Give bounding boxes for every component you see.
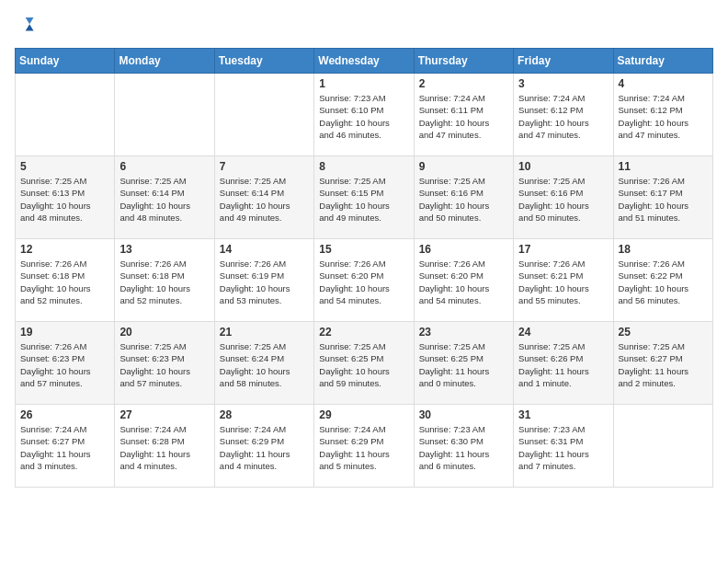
day-info: Sunrise: 7:25 AM Sunset: 6:25 PM Dayligh… <box>419 340 508 389</box>
day-number: 17 <box>518 243 608 256</box>
day-info: Sunrise: 7:24 AM Sunset: 6:27 PM Dayligh… <box>20 423 109 472</box>
calendar-cell: 5Sunrise: 7:25 AM Sunset: 6:13 PM Daylig… <box>16 156 115 239</box>
day-info: Sunrise: 7:26 AM Sunset: 6:20 PM Dayligh… <box>419 258 508 306</box>
day-info: Sunrise: 7:26 AM Sunset: 6:23 PM Dayligh… <box>20 340 109 389</box>
day-info: Sunrise: 7:26 AM Sunset: 6:22 PM Dayligh… <box>619 258 708 306</box>
page-header <box>15 15 713 39</box>
logo <box>15 15 39 39</box>
day-number: 24 <box>518 326 608 339</box>
day-info: Sunrise: 7:26 AM Sunset: 6:18 PM Dayligh… <box>119 258 209 306</box>
calendar-cell: 18Sunrise: 7:26 AM Sunset: 6:22 PM Dayli… <box>613 239 712 322</box>
calendar-cell: 27Sunrise: 7:24 AM Sunset: 6:28 PM Dayli… <box>115 405 214 488</box>
calendar-cell: 13Sunrise: 7:26 AM Sunset: 6:18 PM Dayli… <box>115 239 214 322</box>
day-number: 10 <box>518 160 608 173</box>
calendar-cell: 7Sunrise: 7:25 AM Sunset: 6:14 PM Daylig… <box>214 156 313 239</box>
day-number: 1 <box>319 77 408 90</box>
day-number: 12 <box>20 243 109 256</box>
day-info: Sunrise: 7:24 AM Sunset: 6:11 PM Dayligh… <box>419 92 508 141</box>
day-number: 28 <box>220 408 309 421</box>
day-info: Sunrise: 7:23 AM Sunset: 6:30 PM Dayligh… <box>419 423 508 472</box>
day-number: 31 <box>518 408 608 421</box>
day-number: 6 <box>119 160 209 173</box>
day-header-friday: Friday <box>514 49 613 74</box>
day-number: 13 <box>119 243 209 256</box>
calendar-cell: 2Sunrise: 7:24 AM Sunset: 6:11 PM Daylig… <box>414 74 513 156</box>
calendar-cell: 12Sunrise: 7:26 AM Sunset: 6:18 PM Dayli… <box>16 239 115 322</box>
day-number: 20 <box>119 326 209 339</box>
logo-icon <box>15 15 35 35</box>
calendar-week-4: 19Sunrise: 7:26 AM Sunset: 6:23 PM Dayli… <box>16 322 713 405</box>
calendar-header-row: SundayMondayTuesdayWednesdayThursdayFrid… <box>16 49 713 74</box>
calendar-cell: 1Sunrise: 7:23 AM Sunset: 6:10 PM Daylig… <box>314 74 414 156</box>
day-header-monday: Monday <box>115 49 214 74</box>
day-info: Sunrise: 7:25 AM Sunset: 6:14 PM Dayligh… <box>119 175 209 224</box>
calendar-cell: 14Sunrise: 7:26 AM Sunset: 6:19 PM Dayli… <box>214 239 313 322</box>
day-number: 9 <box>419 160 508 173</box>
calendar-cell: 10Sunrise: 7:25 AM Sunset: 6:16 PM Dayli… <box>514 156 613 239</box>
day-number: 26 <box>20 408 109 421</box>
calendar-cell <box>613 405 712 488</box>
day-number: 27 <box>119 408 209 421</box>
calendar-cell: 15Sunrise: 7:26 AM Sunset: 6:20 PM Dayli… <box>314 239 414 322</box>
calendar-cell: 8Sunrise: 7:25 AM Sunset: 6:15 PM Daylig… <box>314 156 414 239</box>
day-info: Sunrise: 7:24 AM Sunset: 6:29 PM Dayligh… <box>220 423 309 472</box>
day-info: Sunrise: 7:24 AM Sunset: 6:12 PM Dayligh… <box>518 92 608 141</box>
day-info: Sunrise: 7:25 AM Sunset: 6:14 PM Dayligh… <box>220 175 309 224</box>
calendar-cell: 11Sunrise: 7:26 AM Sunset: 6:17 PM Dayli… <box>613 156 712 239</box>
day-info: Sunrise: 7:24 AM Sunset: 6:29 PM Dayligh… <box>319 423 408 472</box>
day-number: 30 <box>419 408 508 421</box>
day-info: Sunrise: 7:25 AM Sunset: 6:24 PM Dayligh… <box>220 340 309 389</box>
calendar-cell: 30Sunrise: 7:23 AM Sunset: 6:30 PM Dayli… <box>414 405 513 488</box>
calendar-cell: 16Sunrise: 7:26 AM Sunset: 6:20 PM Dayli… <box>414 239 513 322</box>
day-info: Sunrise: 7:23 AM Sunset: 6:31 PM Dayligh… <box>518 423 608 472</box>
day-info: Sunrise: 7:23 AM Sunset: 6:10 PM Dayligh… <box>319 92 408 141</box>
day-number: 23 <box>419 326 508 339</box>
day-info: Sunrise: 7:25 AM Sunset: 6:26 PM Dayligh… <box>518 340 608 389</box>
day-info: Sunrise: 7:25 AM Sunset: 6:25 PM Dayligh… <box>319 340 408 389</box>
day-number: 2 <box>419 77 508 90</box>
day-info: Sunrise: 7:25 AM Sunset: 6:13 PM Dayligh… <box>20 175 109 224</box>
day-info: Sunrise: 7:25 AM Sunset: 6:16 PM Dayligh… <box>419 175 508 224</box>
day-number: 5 <box>20 160 109 173</box>
day-header-thursday: Thursday <box>414 49 513 74</box>
day-number: 22 <box>319 326 408 339</box>
day-number: 11 <box>619 160 708 173</box>
day-number: 25 <box>619 326 708 339</box>
calendar-cell: 31Sunrise: 7:23 AM Sunset: 6:31 PM Dayli… <box>514 405 613 488</box>
day-header-tuesday: Tuesday <box>214 49 313 74</box>
calendar-week-1: 1Sunrise: 7:23 AM Sunset: 6:10 PM Daylig… <box>16 74 713 156</box>
day-number: 14 <box>220 243 309 256</box>
calendar-cell: 23Sunrise: 7:25 AM Sunset: 6:25 PM Dayli… <box>414 322 513 405</box>
day-info: Sunrise: 7:25 AM Sunset: 6:27 PM Dayligh… <box>619 340 708 389</box>
day-info: Sunrise: 7:24 AM Sunset: 6:12 PM Dayligh… <box>619 92 708 141</box>
day-info: Sunrise: 7:26 AM Sunset: 6:20 PM Dayligh… <box>319 258 408 306</box>
calendar-cell: 20Sunrise: 7:25 AM Sunset: 6:23 PM Dayli… <box>115 322 214 405</box>
day-number: 15 <box>319 243 408 256</box>
calendar-table: SundayMondayTuesdayWednesdayThursdayFrid… <box>15 48 713 488</box>
day-info: Sunrise: 7:26 AM Sunset: 6:21 PM Dayligh… <box>518 258 608 306</box>
calendar-week-5: 26Sunrise: 7:24 AM Sunset: 6:27 PM Dayli… <box>16 405 713 488</box>
day-number: 7 <box>220 160 309 173</box>
day-header-sunday: Sunday <box>16 49 115 74</box>
day-number: 21 <box>220 326 309 339</box>
calendar-week-3: 12Sunrise: 7:26 AM Sunset: 6:18 PM Dayli… <box>16 239 713 322</box>
day-number: 3 <box>518 77 608 90</box>
calendar-cell: 17Sunrise: 7:26 AM Sunset: 6:21 PM Dayli… <box>514 239 613 322</box>
day-info: Sunrise: 7:25 AM Sunset: 6:16 PM Dayligh… <box>518 175 608 224</box>
calendar-cell: 24Sunrise: 7:25 AM Sunset: 6:26 PM Dayli… <box>514 322 613 405</box>
day-number: 16 <box>419 243 508 256</box>
calendar-cell: 4Sunrise: 7:24 AM Sunset: 6:12 PM Daylig… <box>613 74 712 156</box>
day-number: 19 <box>20 326 109 339</box>
day-info: Sunrise: 7:26 AM Sunset: 6:18 PM Dayligh… <box>20 258 109 306</box>
calendar-cell: 28Sunrise: 7:24 AM Sunset: 6:29 PM Dayli… <box>214 405 313 488</box>
calendar-cell: 22Sunrise: 7:25 AM Sunset: 6:25 PM Dayli… <box>314 322 414 405</box>
day-info: Sunrise: 7:26 AM Sunset: 6:17 PM Dayligh… <box>619 175 708 224</box>
day-header-saturday: Saturday <box>613 49 712 74</box>
calendar-cell: 6Sunrise: 7:25 AM Sunset: 6:14 PM Daylig… <box>115 156 214 239</box>
day-number: 18 <box>619 243 708 256</box>
calendar-cell: 26Sunrise: 7:24 AM Sunset: 6:27 PM Dayli… <box>16 405 115 488</box>
calendar-cell <box>16 74 115 156</box>
day-info: Sunrise: 7:25 AM Sunset: 6:15 PM Dayligh… <box>319 175 408 224</box>
svg-marker-0 <box>26 17 34 24</box>
calendar-cell: 9Sunrise: 7:25 AM Sunset: 6:16 PM Daylig… <box>414 156 513 239</box>
